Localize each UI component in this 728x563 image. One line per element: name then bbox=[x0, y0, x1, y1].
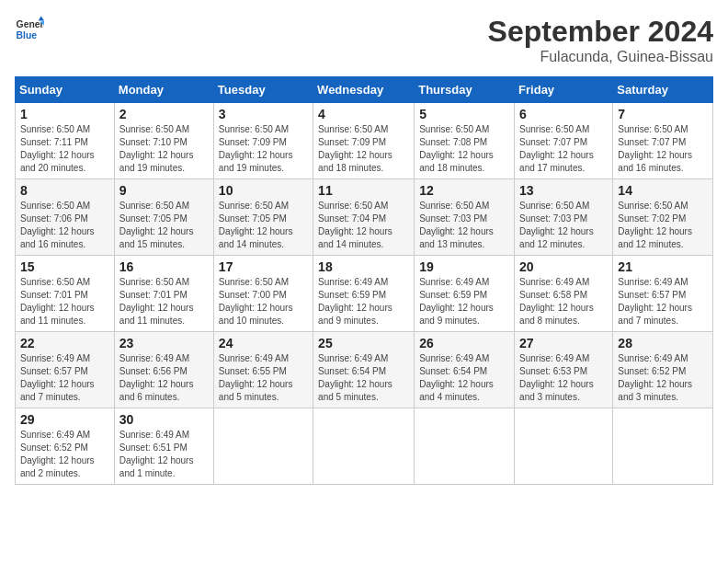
day-detail: Sunrise: 6:49 AM Sunset: 6:54 PM Dayligh… bbox=[419, 352, 509, 404]
day-number: 15 bbox=[20, 259, 109, 274]
day-cell: 27 Sunrise: 6:49 AM Sunset: 6:53 PM Dayl… bbox=[515, 332, 613, 408]
day-cell: 3 Sunrise: 6:50 AM Sunset: 7:09 PM Dayli… bbox=[213, 103, 313, 179]
day-cell: 16 Sunrise: 6:50 AM Sunset: 7:01 PM Dayl… bbox=[114, 256, 213, 332]
day-number: 17 bbox=[219, 259, 308, 274]
day-number: 10 bbox=[219, 183, 308, 198]
logo-icon: General Blue bbox=[15, 15, 44, 44]
day-detail: Sunrise: 6:49 AM Sunset: 6:52 PM Dayligh… bbox=[618, 352, 708, 404]
day-number: 8 bbox=[20, 183, 109, 198]
calendar-subtitle: Fulacunda, Guinea-Bissau bbox=[488, 49, 713, 65]
day-cell bbox=[613, 408, 713, 485]
calendar-table: SundayMondayTuesdayWednesdayThursdayFrid… bbox=[15, 76, 713, 485]
day-cell: 2 Sunrise: 6:50 AM Sunset: 7:10 PM Dayli… bbox=[114, 103, 213, 179]
day-detail: Sunrise: 6:49 AM Sunset: 6:59 PM Dayligh… bbox=[419, 276, 509, 327]
day-number: 27 bbox=[519, 336, 608, 350]
day-cell: 6 Sunrise: 6:50 AM Sunset: 7:07 PM Dayli… bbox=[515, 103, 613, 179]
day-cell: 7 Sunrise: 6:50 AM Sunset: 7:07 PM Dayli… bbox=[613, 103, 713, 179]
day-number: 29 bbox=[20, 412, 109, 427]
day-detail: Sunrise: 6:49 AM Sunset: 6:53 PM Dayligh… bbox=[519, 352, 608, 404]
day-number: 26 bbox=[419, 336, 509, 350]
day-number: 13 bbox=[519, 183, 608, 198]
column-header-tuesday: Tuesday bbox=[213, 77, 313, 103]
day-detail: Sunrise: 6:50 AM Sunset: 7:03 PM Dayligh… bbox=[419, 200, 509, 251]
day-number: 30 bbox=[119, 412, 209, 427]
day-cell bbox=[213, 408, 313, 485]
day-cell: 20 Sunrise: 6:49 AM Sunset: 6:58 PM Dayl… bbox=[515, 256, 613, 332]
day-detail: Sunrise: 6:50 AM Sunset: 7:04 PM Dayligh… bbox=[318, 200, 409, 251]
header-row: SundayMondayTuesdayWednesdayThursdayFrid… bbox=[16, 77, 713, 103]
day-number: 24 bbox=[219, 336, 308, 350]
day-cell: 21 Sunrise: 6:49 AM Sunset: 6:57 PM Dayl… bbox=[613, 256, 713, 332]
column-header-monday: Monday bbox=[114, 77, 213, 103]
day-cell: 19 Sunrise: 6:49 AM Sunset: 6:59 PM Dayl… bbox=[415, 256, 515, 332]
day-detail: Sunrise: 6:50 AM Sunset: 7:03 PM Dayligh… bbox=[519, 200, 608, 251]
day-number: 28 bbox=[618, 336, 708, 350]
day-number: 3 bbox=[219, 107, 308, 121]
day-cell: 4 Sunrise: 6:50 AM Sunset: 7:09 PM Dayli… bbox=[313, 103, 415, 179]
day-cell: 11 Sunrise: 6:50 AM Sunset: 7:04 PM Dayl… bbox=[313, 179, 415, 256]
day-detail: Sunrise: 6:50 AM Sunset: 7:10 PM Dayligh… bbox=[119, 123, 209, 175]
column-header-friday: Friday bbox=[515, 77, 613, 103]
calendar-title: September 2024 bbox=[488, 15, 713, 49]
day-cell: 30 Sunrise: 6:49 AM Sunset: 6:51 PM Dayl… bbox=[114, 408, 213, 485]
day-cell bbox=[313, 408, 415, 485]
day-detail: Sunrise: 6:49 AM Sunset: 6:55 PM Dayligh… bbox=[219, 352, 308, 404]
title-section: September 2024 Fulacunda, Guinea-Bissau bbox=[488, 15, 713, 65]
header: General Blue September 2024 Fulacunda, G… bbox=[15, 15, 713, 65]
week-row-5: 29 Sunrise: 6:49 AM Sunset: 6:52 PM Dayl… bbox=[16, 408, 713, 485]
column-header-saturday: Saturday bbox=[613, 77, 713, 103]
day-number: 14 bbox=[618, 183, 708, 198]
day-number: 1 bbox=[20, 107, 109, 121]
day-detail: Sunrise: 6:49 AM Sunset: 6:59 PM Dayligh… bbox=[318, 276, 409, 327]
day-detail: Sunrise: 6:50 AM Sunset: 7:05 PM Dayligh… bbox=[119, 200, 209, 251]
day-cell: 9 Sunrise: 6:50 AM Sunset: 7:05 PM Dayli… bbox=[114, 179, 213, 256]
week-row-4: 22 Sunrise: 6:49 AM Sunset: 6:57 PM Dayl… bbox=[16, 332, 713, 408]
day-cell: 13 Sunrise: 6:50 AM Sunset: 7:03 PM Dayl… bbox=[515, 179, 613, 256]
day-cell: 15 Sunrise: 6:50 AM Sunset: 7:01 PM Dayl… bbox=[16, 256, 115, 332]
day-number: 25 bbox=[318, 336, 409, 350]
day-detail: Sunrise: 6:49 AM Sunset: 6:54 PM Dayligh… bbox=[318, 352, 409, 404]
day-detail: Sunrise: 6:50 AM Sunset: 7:09 PM Dayligh… bbox=[318, 123, 409, 175]
day-number: 2 bbox=[119, 107, 209, 121]
day-cell: 14 Sunrise: 6:50 AM Sunset: 7:02 PM Dayl… bbox=[613, 179, 713, 256]
day-cell: 17 Sunrise: 6:50 AM Sunset: 7:00 PM Dayl… bbox=[213, 256, 313, 332]
day-detail: Sunrise: 6:50 AM Sunset: 7:01 PM Dayligh… bbox=[20, 276, 109, 327]
column-header-sunday: Sunday bbox=[16, 77, 115, 103]
day-cell bbox=[415, 408, 515, 485]
day-cell: 28 Sunrise: 6:49 AM Sunset: 6:52 PM Dayl… bbox=[613, 332, 713, 408]
day-cell: 8 Sunrise: 6:50 AM Sunset: 7:06 PM Dayli… bbox=[16, 179, 115, 256]
day-number: 6 bbox=[519, 107, 608, 121]
day-number: 5 bbox=[419, 107, 509, 121]
day-cell bbox=[515, 408, 613, 485]
day-number: 11 bbox=[318, 183, 409, 198]
day-cell: 18 Sunrise: 6:49 AM Sunset: 6:59 PM Dayl… bbox=[313, 256, 415, 332]
day-detail: Sunrise: 6:49 AM Sunset: 6:51 PM Dayligh… bbox=[119, 429, 209, 480]
day-cell: 23 Sunrise: 6:49 AM Sunset: 6:56 PM Dayl… bbox=[114, 332, 213, 408]
day-cell: 5 Sunrise: 6:50 AM Sunset: 7:08 PM Dayli… bbox=[415, 103, 515, 179]
day-number: 7 bbox=[618, 107, 708, 121]
day-number: 19 bbox=[419, 259, 509, 274]
day-detail: Sunrise: 6:50 AM Sunset: 7:02 PM Dayligh… bbox=[618, 200, 708, 251]
day-number: 20 bbox=[519, 259, 608, 274]
day-number: 22 bbox=[20, 336, 109, 350]
svg-marker-2 bbox=[39, 17, 44, 21]
day-detail: Sunrise: 6:50 AM Sunset: 7:00 PM Dayligh… bbox=[219, 276, 308, 327]
logo: General Blue bbox=[15, 15, 44, 44]
day-detail: Sunrise: 6:49 AM Sunset: 6:57 PM Dayligh… bbox=[20, 352, 109, 404]
day-number: 21 bbox=[618, 259, 708, 274]
day-detail: Sunrise: 6:50 AM Sunset: 7:01 PM Dayligh… bbox=[119, 276, 209, 327]
day-detail: Sunrise: 6:50 AM Sunset: 7:05 PM Dayligh… bbox=[219, 200, 308, 251]
day-cell: 12 Sunrise: 6:50 AM Sunset: 7:03 PM Dayl… bbox=[415, 179, 515, 256]
day-cell: 1 Sunrise: 6:50 AM Sunset: 7:11 PM Dayli… bbox=[16, 103, 115, 179]
day-cell: 25 Sunrise: 6:49 AM Sunset: 6:54 PM Dayl… bbox=[313, 332, 415, 408]
day-detail: Sunrise: 6:49 AM Sunset: 6:58 PM Dayligh… bbox=[519, 276, 608, 327]
day-detail: Sunrise: 6:50 AM Sunset: 7:09 PM Dayligh… bbox=[219, 123, 308, 175]
day-cell: 10 Sunrise: 6:50 AM Sunset: 7:05 PM Dayl… bbox=[213, 179, 313, 256]
day-detail: Sunrise: 6:50 AM Sunset: 7:11 PM Dayligh… bbox=[20, 123, 109, 175]
day-number: 9 bbox=[119, 183, 209, 198]
day-detail: Sunrise: 6:50 AM Sunset: 7:07 PM Dayligh… bbox=[618, 123, 708, 175]
day-number: 16 bbox=[119, 259, 209, 274]
day-cell: 26 Sunrise: 6:49 AM Sunset: 6:54 PM Dayl… bbox=[415, 332, 515, 408]
week-row-3: 15 Sunrise: 6:50 AM Sunset: 7:01 PM Dayl… bbox=[16, 256, 713, 332]
day-number: 18 bbox=[318, 259, 409, 274]
